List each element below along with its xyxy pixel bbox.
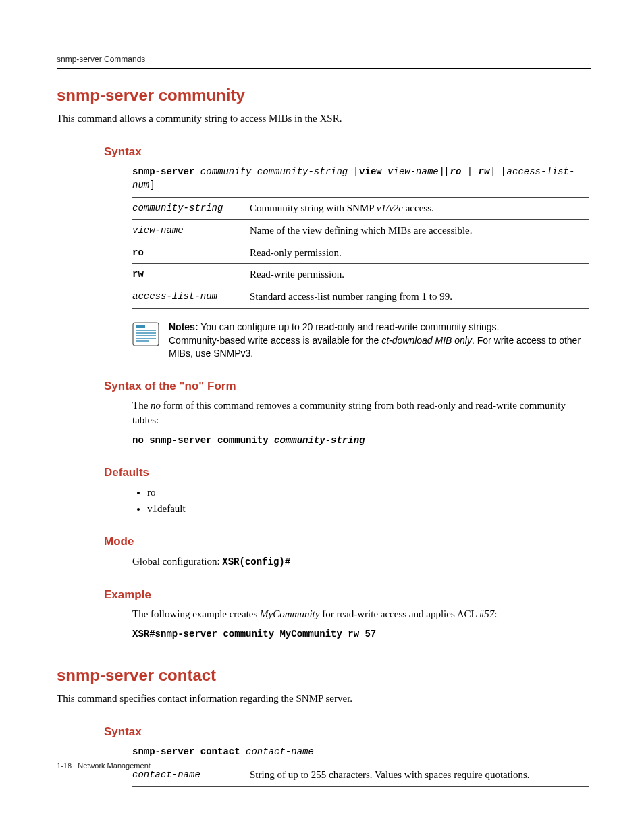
tok-rb3: ] <box>149 180 155 190</box>
note-line2a: Community-based write access is availabl… <box>169 335 381 346</box>
noform-block: The no form of this command removes a co… <box>132 398 589 447</box>
tok-pipe: | <box>461 166 478 177</box>
tok-args: community community-string <box>194 166 353 177</box>
txt-em: 57 <box>484 608 494 619</box>
list-item: ro <box>147 486 589 500</box>
table-row: view-name Name of the view defining whic… <box>132 219 589 242</box>
txt-em: no <box>151 400 161 411</box>
page: snmp-server Commands snmp-server communi… <box>0 0 644 834</box>
example-text: The following example creates MyCommunit… <box>132 607 589 622</box>
param-desc: Standard access-list number ranging from… <box>250 286 589 309</box>
syntax-block: snmp-server community community-string [… <box>132 165 589 361</box>
desc-text: access. <box>403 203 434 213</box>
tok-lb1: [ <box>354 166 359 177</box>
table-row: ro Read-only permission. <box>132 242 589 264</box>
list-item: v1default <box>147 502 589 517</box>
txt: form of this command removes a community… <box>132 400 566 425</box>
example-block: The following example creates MyCommunit… <box>132 607 589 641</box>
contact-syntax-block: snmp-server contact contact-name contact… <box>132 745 589 787</box>
defaults-list: ro v1default <box>132 486 589 517</box>
contact-params-table: contact-name String of up to 255 charact… <box>132 764 589 787</box>
defaults-block: ro v1default <box>132 486 589 517</box>
param-term: view-name <box>132 219 250 242</box>
running-header: snmp-server Commands <box>57 54 591 69</box>
tok-arg: contact-name <box>240 746 314 757</box>
tok-rb2: ] [ <box>489 166 506 177</box>
contact-syntax-heading: Syntax <box>104 724 591 741</box>
code-plain: no snmp-server community <box>132 435 274 446</box>
tok-cmd: snmp-server <box>132 166 194 177</box>
note-text: Notes: You can configure up to 20 read-o… <box>169 321 589 361</box>
example-code: XSR#snmp-server community MyCommunity rw… <box>132 627 589 641</box>
txt: The following example creates <box>132 608 260 619</box>
tok-view: view <box>359 166 382 177</box>
note-block: Notes: You can configure up to 20 read-o… <box>132 321 589 361</box>
desc-em: v1/v2c <box>377 203 403 213</box>
mode-block: Global configuration: XSR(config)# <box>132 554 589 569</box>
txt: Global configuration: <box>132 556 222 567</box>
table-row: rw Read-write permission. <box>132 264 589 286</box>
param-desc: Community string with SNMP v1/v2c access… <box>250 198 589 220</box>
param-desc: Name of the view defining which MIBs are… <box>250 219 589 242</box>
code-arg: community-string <box>274 435 365 446</box>
noform-text: The no form of this command removes a co… <box>132 398 589 428</box>
txt: The <box>132 400 151 411</box>
command-title-community: snmp-server community <box>57 84 591 107</box>
mode-code: XSR(config)# <box>222 556 290 567</box>
contact-syntax-line: snmp-server contact contact-name <box>132 745 589 758</box>
note-line2em: ct-download MIB only <box>381 335 472 346</box>
page-footer: 1-18 Network Management <box>57 761 151 772</box>
tok-rb1: ][ <box>439 166 450 177</box>
syntax-line: snmp-server community community-string [… <box>132 165 589 192</box>
table-row: access-list-num Standard access-list num… <box>132 286 589 309</box>
example-heading: Example <box>104 587 591 604</box>
txt: : <box>494 608 497 619</box>
param-desc: Read-only permission. <box>250 242 589 264</box>
noform-code: no snmp-server community community-strin… <box>132 434 589 447</box>
txt: for read-write access and applies ACL # <box>319 608 484 619</box>
note-icon <box>132 322 159 346</box>
param-term: rw <box>132 264 250 286</box>
param-term: access-list-num <box>132 286 250 309</box>
defaults-heading: Defaults <box>104 465 591 481</box>
page-number: 1-18 <box>57 762 72 770</box>
param-term: ro <box>132 242 250 264</box>
command-title-contact: snmp-server contact <box>57 664 591 687</box>
mode-text: Global configuration: XSR(config)# <box>132 554 589 569</box>
param-desc: Read-write permission. <box>250 264 589 286</box>
tok-ro: ro <box>450 166 462 177</box>
syntax-params-table: community-string Community string with S… <box>132 197 589 309</box>
table-row: community-string Community string with S… <box>132 198 589 220</box>
community-intro: This command allows a community string t… <box>57 111 591 126</box>
param-desc: String of up to 255 characters. Values w… <box>250 764 589 786</box>
table-row: contact-name String of up to 255 charact… <box>132 764 589 786</box>
note-label: Notes: <box>169 321 198 332</box>
syntax-heading: Syntax <box>104 144 591 161</box>
param-term: community-string <box>132 198 250 220</box>
contact-intro: This command specifies contact informati… <box>57 692 591 706</box>
noform-heading: Syntax of the "no" Form <box>104 378 591 395</box>
tok-rw: rw <box>479 166 490 177</box>
desc-text: Community string with SNMP <box>250 203 377 213</box>
tok-viewname: view-name <box>382 166 439 177</box>
svg-rect-1 <box>136 325 145 328</box>
tok-cmd: snmp-server contact <box>132 746 240 757</box>
note-line1: You can configure up to 20 read-only and… <box>198 321 500 332</box>
txt-em: MyCommunity <box>260 608 319 619</box>
footer-label: Network Management <box>78 762 151 770</box>
mode-heading: Mode <box>104 533 591 550</box>
